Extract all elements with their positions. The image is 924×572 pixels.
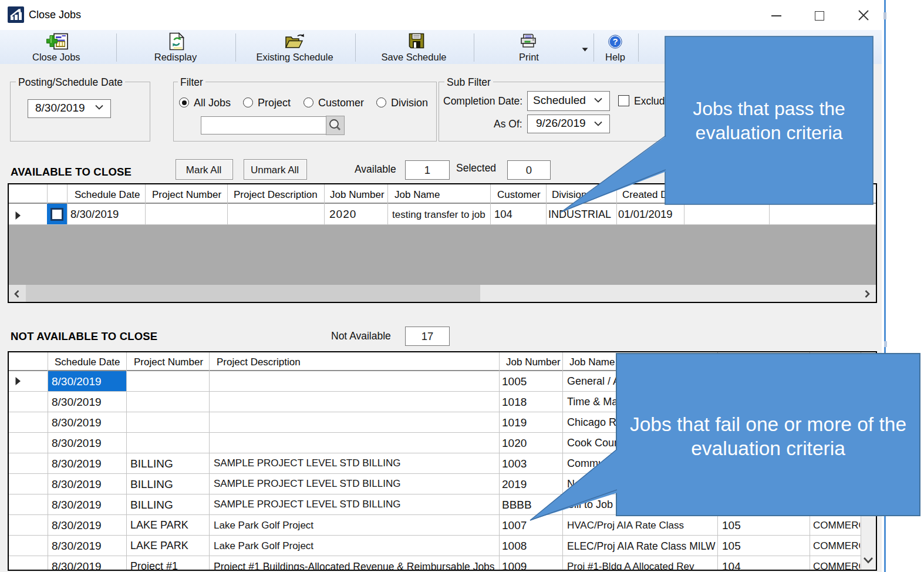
svg-text:?: ? bbox=[612, 36, 618, 46]
